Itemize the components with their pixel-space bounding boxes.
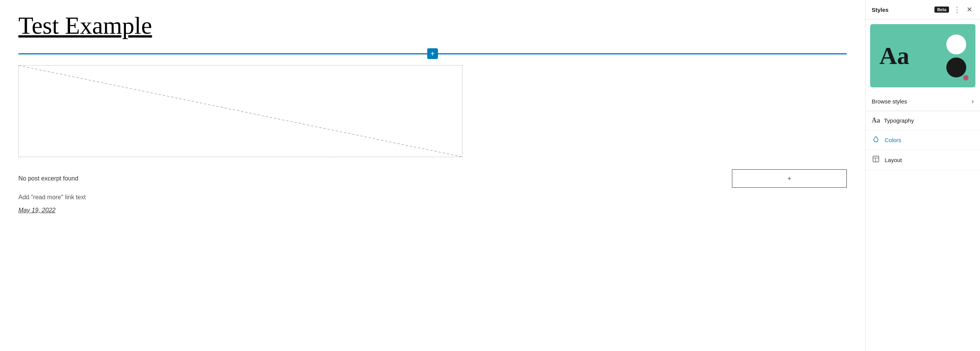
panel-title: Styles	[872, 7, 931, 13]
post-date: May 19, 2022	[18, 207, 847, 214]
panel-header-icons: ⋮ ✕	[952, 5, 974, 15]
colors-label: Colors	[885, 137, 901, 143]
chevron-right-icon: ›	[972, 97, 974, 105]
more-options-button[interactable]: ⋮	[952, 5, 962, 15]
main-content: Test Example + No post excerpt found + A…	[0, 0, 865, 351]
typography-aa-icon: Aa	[872, 116, 880, 125]
browse-styles-label: Browse styles	[872, 98, 907, 105]
typography-row[interactable]: Aa Typography	[866, 111, 980, 130]
preview-circle-dark	[946, 57, 966, 77]
layout-icon	[872, 156, 880, 164]
layout-label: Layout	[885, 157, 902, 163]
typography-label: Typography	[884, 117, 914, 124]
svg-line-0	[19, 66, 462, 157]
style-preview-card[interactable]: Aa	[870, 24, 975, 87]
post-date-value: May 19, 2022	[18, 207, 56, 213]
colors-icon	[872, 136, 880, 144]
preview-dot-accent	[963, 75, 969, 80]
block-inserter-row: +	[18, 48, 847, 59]
image-placeholder-block	[18, 65, 462, 157]
block-inserter-button[interactable]: +	[427, 48, 438, 59]
style-preview-circles	[946, 34, 966, 77]
image-diagonal-decoration	[19, 66, 462, 157]
close-button[interactable]: ✕	[965, 5, 974, 15]
styles-panel: Styles Beta ⋮ ✕ Aa Browse styles › Aa Ty…	[865, 0, 980, 351]
svg-rect-3	[873, 156, 879, 162]
style-preview-aa-text: Aa	[879, 42, 909, 70]
panel-header: Styles Beta ⋮ ✕	[866, 0, 980, 20]
browse-styles-row[interactable]: Browse styles ›	[866, 92, 980, 111]
post-meta-row: No post excerpt found +	[18, 169, 847, 188]
read-more-button[interactable]: +	[732, 169, 847, 188]
colors-row-wrapper: Colors	[866, 130, 980, 150]
layout-row[interactable]: Layout	[866, 150, 980, 170]
colors-row[interactable]: Colors	[866, 130, 980, 150]
no-excerpt-text: No post excerpt found	[18, 175, 78, 182]
page-title: Test Example	[18, 12, 847, 39]
preview-circle-white	[946, 34, 966, 54]
read-more-link-text: Add "read more" link text	[18, 194, 847, 201]
beta-badge: Beta	[934, 7, 949, 13]
